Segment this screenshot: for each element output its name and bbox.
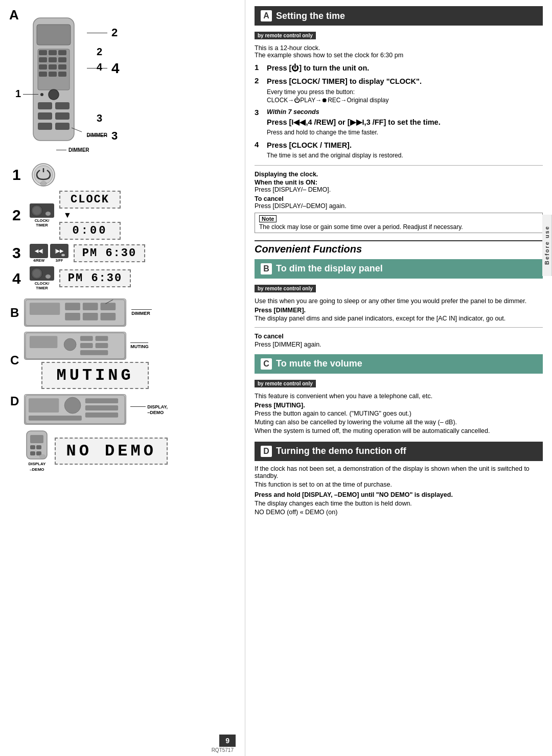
note-label-a: Note <box>259 215 277 222</box>
section-b-press-text: The display panel dims and side panel in… <box>255 315 543 322</box>
svg-rect-51 <box>29 398 59 413</box>
svg-point-32 <box>45 274 51 279</box>
svg-rect-38 <box>65 313 81 320</box>
svg-rect-43 <box>30 336 57 348</box>
svg-rect-10 <box>49 64 57 70</box>
section-a-label: A <box>9 7 19 23</box>
nodemo-display: NO DEMO <box>55 438 168 465</box>
intro2-a: The example shows how to set the clock f… <box>255 52 543 59</box>
section-d-header: D Turning the demo function off <box>255 442 543 461</box>
step3-rew-label: 4/REW <box>33 259 44 262</box>
svg-rect-6 <box>39 57 47 62</box>
step2-arrow: ▼ <box>63 211 72 220</box>
callout-3: 3 <box>97 112 102 124</box>
svg-rect-58 <box>30 435 43 443</box>
section-c-press1: Press the button again to cancel. ("MUTI… <box>255 410 543 417</box>
step3-sub: Press and hold to change the time faster… <box>267 128 543 137</box>
remote-badge-a: by remote control only <box>255 30 543 42</box>
svg-rect-48 <box>96 343 108 348</box>
svg-rect-19 <box>55 112 70 120</box>
step3-text: Press [I◀◀,4 /REW] or [▶▶I,3 /FF] to set… <box>267 117 543 127</box>
to-cancel-label-b: To cancel <box>255 333 543 340</box>
callout-1: 1 <box>15 88 21 100</box>
badge-remote-b: by remote control only <box>255 285 316 292</box>
section-c-title: To mute the volume <box>276 358 362 369</box>
step3-instruction: 3 Within 7 seconds Press [I◀◀,4 /REW] or… <box>255 108 543 137</box>
within-label: Within 7 seconds <box>267 108 543 117</box>
svg-rect-16 <box>38 102 52 109</box>
step2-text: Press [CLOCK/ TIMER] to display "CLOCK". <box>267 76 543 86</box>
step2-flow: CLOCK→⏻PLAY→⏺REC→Original display <box>267 96 543 105</box>
step2-clock-display: CLOCK <box>59 191 121 209</box>
section-d-title: Turning the demo function off <box>276 446 406 456</box>
num-label-4: 4 <box>111 61 120 76</box>
step4-number: 4 <box>12 271 28 286</box>
svg-rect-18 <box>38 112 52 120</box>
svg-rect-56 <box>29 416 82 421</box>
badge-remote-c: by remote control only <box>255 380 316 387</box>
section-a-badge: A <box>261 10 272 21</box>
section-b-press-label: Press [DIMMER]. <box>255 307 543 314</box>
svg-rect-17 <box>55 102 70 109</box>
step4-pm-display: PM 6:30 <box>59 269 131 287</box>
rqt-code: RQT5717 <box>212 747 234 753</box>
step2-time-display: 0:00 <box>59 222 121 240</box>
svg-point-31 <box>33 269 41 278</box>
remote-control-image: 1 2 4 3 DIMMER <box>26 15 82 148</box>
step2-number: 2 <box>12 208 28 223</box>
device-d-image <box>24 394 126 425</box>
step1-num: 1 <box>255 63 264 73</box>
section-d-label: D <box>10 394 19 408</box>
step4-sub: The time is set and the original display… <box>267 151 543 160</box>
svg-rect-53 <box>85 398 118 403</box>
to-cancel-label-a: To cancel <box>255 195 543 202</box>
svg-rect-1 <box>37 25 71 45</box>
svg-rect-37 <box>101 303 116 310</box>
svg-point-63 <box>39 454 45 459</box>
svg-rect-4 <box>49 50 57 55</box>
svg-rect-49 <box>80 350 108 355</box>
section-d-press-label: Press and hold [DISPLAY, –DEMO] until "N… <box>255 491 543 498</box>
convenient-functions-title: Convenient Functions <box>255 243 362 255</box>
svg-point-27 <box>33 207 41 215</box>
section-b-badge: B <box>261 263 272 274</box>
section-c-press-label: Press [MUTING]. <box>255 402 543 409</box>
step4-instruction: 4 Press [CLOCK / TIMER]. The time is set… <box>255 140 543 160</box>
section-b-header: B To dim the display panel <box>255 259 543 279</box>
svg-point-25 <box>40 181 47 186</box>
svg-point-44 <box>64 338 77 351</box>
svg-rect-45 <box>80 336 93 341</box>
section-b-intro: Use this when you are going to sleep or … <box>255 297 543 305</box>
muting-label-c: MUTING <box>130 344 149 349</box>
muting-display: MUTING <box>41 362 149 389</box>
callout-4: 4 <box>97 61 102 73</box>
step4-btn-label: CLOCK/TIMER <box>35 281 50 290</box>
svg-rect-40 <box>101 313 116 320</box>
section-b-panel: B To dim the display panel by remote con… <box>255 259 543 348</box>
svg-point-15 <box>49 89 59 100</box>
callout-2: 2 <box>97 46 102 58</box>
svg-rect-59 <box>30 445 35 449</box>
step2-num: 2 <box>255 76 264 105</box>
section-c-panel: C To mute the volume by remote control o… <box>255 354 543 434</box>
section-c-header: C To mute the volume <box>255 354 543 374</box>
section-d-intro1: If the clock has not been set, a demonst… <box>255 465 543 479</box>
note-text-a: The clock may lose or gain some time ove… <box>259 223 538 231</box>
section-c-badge: C <box>261 358 272 370</box>
num-label-2: 2 <box>111 26 118 39</box>
svg-rect-12 <box>39 72 47 77</box>
device-b-image <box>24 299 126 327</box>
step2-btn-label: CLOCK/TIMER <box>35 218 50 227</box>
svg-rect-14 <box>58 72 66 77</box>
section-c-label: C <box>10 353 19 368</box>
svg-rect-3 <box>39 50 47 55</box>
before-use-label: Before use <box>542 215 552 276</box>
svg-rect-8 <box>58 57 66 62</box>
display-demo-label: DISPLAY, <box>147 404 168 409</box>
demo-sublabel: –DEMO <box>147 410 164 415</box>
section-a-panel: A Setting the time by remote control onl… <box>255 6 543 233</box>
svg-rect-36 <box>83 303 98 310</box>
svg-rect-54 <box>85 405 118 410</box>
step1-number: 1 <box>12 167 28 182</box>
svg-rect-47 <box>80 343 93 348</box>
